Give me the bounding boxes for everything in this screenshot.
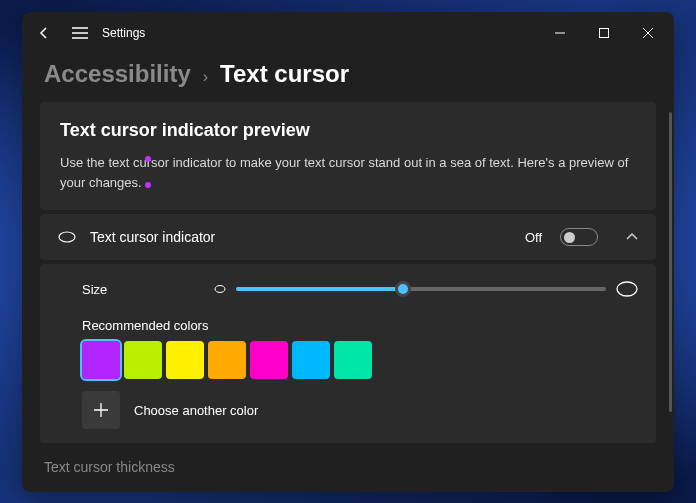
colors-label: Recommended colors	[82, 318, 638, 333]
close-button[interactable]	[626, 17, 670, 49]
size-slider[interactable]	[236, 287, 606, 291]
colors-section: Recommended colors Choose another color	[58, 318, 638, 429]
indicator-options-card: Size Recommended colors Ch	[40, 264, 656, 443]
color-swatches	[82, 341, 638, 379]
toggle-state-text: Off	[525, 230, 542, 245]
color-swatch[interactable]	[166, 341, 204, 379]
size-slider-wrap	[214, 278, 638, 300]
color-swatch[interactable]	[82, 341, 120, 379]
maximize-button[interactable]	[582, 17, 626, 49]
size-label: Size	[58, 282, 198, 297]
color-swatch[interactable]	[124, 341, 162, 379]
svg-point-1	[59, 232, 75, 242]
size-row: Size	[58, 278, 638, 300]
svg-point-2	[215, 286, 225, 293]
titlebar: Settings	[22, 12, 674, 54]
preview-text-content: Use the text cursor indicator to make yo…	[60, 155, 628, 190]
indicator-toggle[interactable]	[560, 228, 598, 246]
choose-color-label: Choose another color	[134, 403, 258, 418]
menu-button[interactable]	[62, 15, 98, 51]
size-max-icon	[616, 278, 638, 300]
color-swatch[interactable]	[250, 341, 288, 379]
color-swatch[interactable]	[292, 341, 330, 379]
slider-thumb[interactable]	[395, 281, 411, 297]
preview-card: Text cursor indicator preview Use the te…	[40, 102, 656, 210]
back-button[interactable]	[26, 15, 62, 51]
minimize-button[interactable]	[538, 17, 582, 49]
next-section-heading: Text cursor thickness	[40, 447, 656, 475]
add-color-button[interactable]	[82, 391, 120, 429]
svg-point-3	[617, 282, 637, 296]
content-scroll: Text cursor indicator preview Use the te…	[22, 102, 674, 492]
chevron-up-icon[interactable]	[626, 233, 638, 241]
size-min-icon	[214, 283, 226, 295]
settings-window: Settings Accessibility › Text cursor Tex…	[22, 12, 674, 492]
scrollbar[interactable]	[669, 112, 672, 412]
page-title: Text cursor	[220, 60, 349, 88]
svg-rect-0	[600, 29, 609, 38]
cursor-icon	[58, 230, 76, 244]
text-cursor-indicator-row[interactable]: Text cursor indicator Off	[40, 214, 656, 260]
breadcrumb: Accessibility › Text cursor	[22, 54, 674, 102]
window-controls	[538, 17, 670, 49]
preview-text: Use the text cursor indicator to make yo…	[60, 153, 636, 192]
choose-color-row: Choose another color	[82, 391, 638, 429]
indicator-label: Text cursor indicator	[90, 229, 511, 245]
breadcrumb-parent[interactable]: Accessibility	[44, 60, 191, 88]
preview-title: Text cursor indicator preview	[60, 120, 636, 141]
color-swatch[interactable]	[334, 341, 372, 379]
chevron-right-icon: ›	[203, 68, 208, 86]
color-swatch[interactable]	[208, 341, 246, 379]
app-title: Settings	[102, 26, 145, 40]
